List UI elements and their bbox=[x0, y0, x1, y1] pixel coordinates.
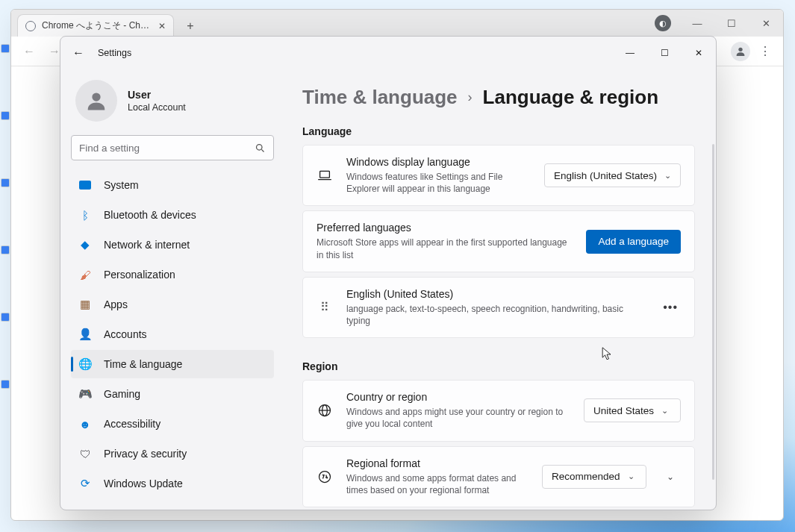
profile-avatar-icon[interactable] bbox=[731, 42, 750, 61]
svg-point-2 bbox=[257, 144, 263, 150]
desktop-icons bbox=[1, 45, 10, 448]
settings-titlebar: ← Settings — ☐ ✕ bbox=[60, 37, 716, 69]
region-format-icon bbox=[317, 469, 333, 484]
chevron-down-icon: ⌄ bbox=[661, 406, 668, 416]
card-title: Country or region bbox=[346, 391, 570, 403]
browser-tab[interactable]: Chrome へようこそ - Chrome を既 ✕ bbox=[17, 14, 174, 37]
card-title: Windows display language bbox=[346, 156, 531, 168]
nav-windows-update[interactable]: ⟳Windows Update bbox=[71, 469, 274, 498]
card-language-item[interactable]: ⠿ English (United States) language pack,… bbox=[302, 277, 695, 338]
card-country-region: Country or region Windows and apps might… bbox=[302, 380, 695, 441]
country-dropdown[interactable]: United States ⌄ bbox=[584, 398, 681, 422]
nav-label: Apps bbox=[104, 298, 128, 310]
nav-label: Time & language bbox=[104, 358, 182, 370]
back-button[interactable]: ← bbox=[19, 41, 40, 62]
card-title: Preferred languages bbox=[317, 222, 573, 234]
new-tab-button[interactable]: + bbox=[180, 16, 201, 37]
search-input[interactable] bbox=[79, 143, 255, 154]
app-title: Settings bbox=[98, 48, 131, 58]
nav-system[interactable]: System bbox=[71, 171, 274, 199]
nav-label: Windows Update bbox=[104, 478, 183, 489]
avatar-icon bbox=[75, 80, 117, 122]
search-icon bbox=[255, 143, 266, 154]
nav-label: Accounts bbox=[104, 328, 147, 340]
chevron-down-icon: ⌄ bbox=[628, 472, 635, 481]
drag-handle-icon[interactable]: ⠿ bbox=[317, 300, 333, 314]
regional-format-dropdown[interactable]: Recommended ⌄ bbox=[542, 465, 646, 489]
back-arrow-icon[interactable]: ← bbox=[71, 46, 86, 60]
close-button[interactable]: ✕ bbox=[749, 10, 783, 37]
user-name: User bbox=[128, 89, 186, 101]
card-desc: Microsoft Store apps will appear in the … bbox=[317, 237, 573, 260]
display-language-dropdown[interactable]: English (United States) ⌄ bbox=[544, 163, 681, 187]
nav-label: System bbox=[104, 179, 139, 191]
window-controls: — ☐ ✕ bbox=[613, 37, 716, 69]
chrome-menu-button[interactable]: ⋮ bbox=[755, 41, 776, 62]
search-box[interactable] bbox=[71, 135, 274, 160]
nav-accessibility[interactable]: ☻Accessibility bbox=[71, 410, 274, 438]
chrome-tab-strip: Chrome へようこそ - Chrome を既 ✕ + ◐ — ☐ ✕ bbox=[11, 10, 783, 37]
settings-content: Time & language › Language & region Lang… bbox=[284, 69, 716, 510]
chrome-window-controls: ◐ — ☐ ✕ bbox=[646, 10, 783, 37]
nav-privacy[interactable]: 🛡Privacy & security bbox=[71, 439, 274, 468]
section-region-label: Region bbox=[302, 360, 695, 372]
settings-window: ← Settings — ☐ ✕ User Local Account bbox=[60, 36, 717, 510]
card-desc: language pack, text-to-speech, speech re… bbox=[346, 303, 646, 327]
nav-label: Accessibility bbox=[104, 418, 160, 430]
minimize-button[interactable]: — bbox=[680, 10, 714, 37]
breadcrumb-parent[interactable]: Time & language bbox=[302, 86, 458, 109]
chevron-right-icon: › bbox=[468, 90, 473, 105]
card-preferred-languages: Preferred languages Microsoft Store apps… bbox=[302, 210, 695, 272]
more-options-icon[interactable]: ••• bbox=[660, 301, 681, 314]
nav-accounts[interactable]: 👤Accounts bbox=[71, 320, 274, 348]
card-title: English (United States) bbox=[346, 288, 646, 300]
user-block[interactable]: User Local Account bbox=[71, 69, 274, 135]
add-language-button[interactable]: Add a language bbox=[586, 230, 681, 254]
expand-chevron-icon[interactable]: ⌄ bbox=[660, 472, 681, 482]
nav-gaming[interactable]: 🎮Gaming bbox=[71, 380, 274, 408]
nav-label: Gaming bbox=[104, 388, 140, 400]
nav-apps[interactable]: ▦Apps bbox=[71, 290, 274, 319]
settings-sidebar: User Local Account System ᛒBluetooth & d… bbox=[60, 69, 284, 510]
nav-personalization[interactable]: 🖌Personalization bbox=[71, 260, 274, 289]
dropdown-value: Recommended bbox=[552, 471, 620, 482]
svg-rect-4 bbox=[320, 172, 330, 178]
dropdown-value: English (United States) bbox=[554, 170, 657, 181]
nav-bluetooth[interactable]: ᛒBluetooth & devices bbox=[71, 201, 274, 229]
settings-nav: System ᛒBluetooth & devices ◆Network & i… bbox=[71, 171, 274, 498]
minimize-button[interactable]: — bbox=[613, 37, 647, 69]
tab-title: Chrome へようこそ - Chrome を既 bbox=[42, 19, 152, 32]
user-account-type: Local Account bbox=[128, 102, 186, 113]
card-regional-format[interactable]: Regional format Windows and some apps fo… bbox=[302, 446, 695, 507]
card-desc: Windows and some apps format dates and t… bbox=[346, 472, 529, 496]
svg-point-1 bbox=[92, 93, 100, 101]
close-button[interactable]: ✕ bbox=[682, 37, 716, 69]
nav-label: Network & internet bbox=[104, 239, 190, 251]
svg-point-9 bbox=[319, 471, 331, 482]
incognito-indicator: ◐ bbox=[646, 10, 680, 37]
maximize-button[interactable]: ☐ bbox=[714, 10, 749, 37]
nav-label: Bluetooth & devices bbox=[104, 209, 196, 221]
scrollbar[interactable] bbox=[712, 144, 714, 480]
breadcrumb: Time & language › Language & region bbox=[302, 86, 695, 109]
dropdown-value: United States bbox=[593, 405, 654, 416]
laptop-icon bbox=[317, 169, 333, 181]
svg-line-3 bbox=[261, 149, 264, 151]
section-language-label: Language bbox=[302, 125, 695, 137]
chevron-down-icon: ⌄ bbox=[664, 171, 671, 181]
nav-label: Personalization bbox=[104, 269, 175, 281]
card-desc: Windows features like Settings and File … bbox=[346, 171, 531, 195]
globe-icon bbox=[25, 21, 36, 31]
nav-label: Privacy & security bbox=[104, 448, 187, 460]
nav-time-language[interactable]: 🌐Time & language bbox=[71, 350, 274, 378]
breadcrumb-current: Language & region bbox=[483, 86, 658, 109]
card-desc: Windows and apps might use your country … bbox=[346, 406, 570, 430]
card-title: Regional format bbox=[346, 457, 529, 469]
svg-point-0 bbox=[738, 47, 742, 51]
nav-network[interactable]: ◆Network & internet bbox=[71, 231, 274, 259]
maximize-button[interactable]: ☐ bbox=[647, 37, 682, 69]
card-display-language: Windows display language Windows feature… bbox=[302, 145, 695, 206]
close-tab-icon[interactable]: ✕ bbox=[158, 21, 166, 31]
globe-icon bbox=[317, 403, 333, 418]
